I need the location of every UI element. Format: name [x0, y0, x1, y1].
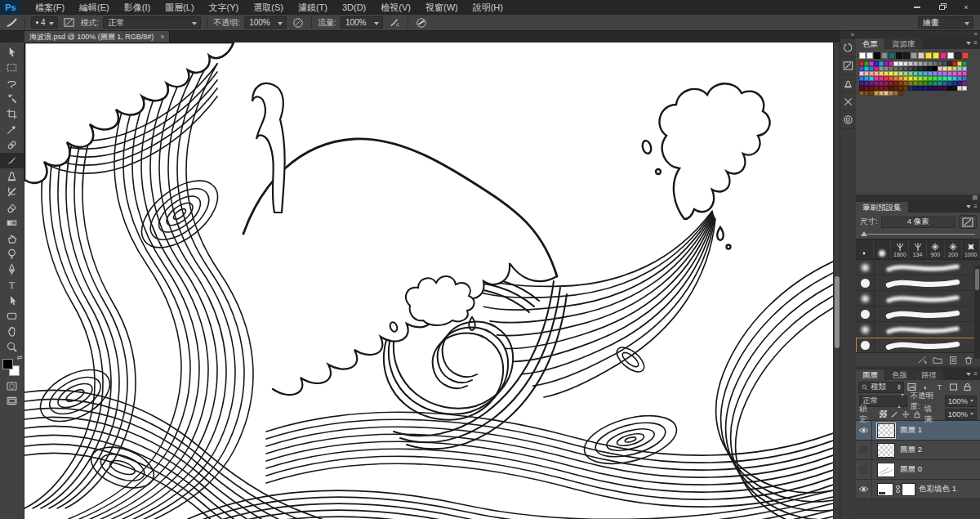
- delete-brush-icon[interactable]: [964, 356, 973, 365]
- panel-menu-icon[interactable]: ≡: [973, 203, 978, 210]
- tool-brush[interactable]: [0, 153, 24, 168]
- layer-name[interactable]: 圖層 0: [900, 464, 922, 475]
- tab-brush-presets[interactable]: 筆刷預設集: [856, 202, 908, 213]
- screen-mode-button[interactable]: [5, 395, 20, 406]
- visibility-toggle[interactable]: [856, 441, 872, 459]
- menu-item[interactable]: 檢視(V): [373, 0, 418, 15]
- tool-history-brush[interactable]: [0, 184, 24, 199]
- tab-layers[interactable]: 圖層: [856, 369, 884, 380]
- color-swatch[interactable]: [947, 52, 954, 59]
- tool-zoom[interactable]: [0, 339, 24, 355]
- color-swatch[interactable]: [896, 52, 902, 59]
- brush-preset-row[interactable]: [856, 338, 980, 353]
- color-swatch[interactable]: [859, 52, 866, 59]
- lock-paint-button[interactable]: [890, 410, 898, 418]
- canvas[interactable]: [24, 43, 833, 519]
- tool-move[interactable]: [0, 44, 24, 60]
- opacity-select[interactable]: 100%: [244, 16, 287, 29]
- slider-knob[interactable]: [861, 231, 867, 236]
- panel-menu-caret[interactable]: [966, 370, 971, 378]
- layer-name[interactable]: 色彩填色 1: [919, 484, 956, 494]
- menu-item[interactable]: 視窗(W): [418, 0, 466, 15]
- minimize-button[interactable]: [906, 2, 928, 12]
- toggle-brush-panel-button[interactable]: [62, 16, 77, 29]
- color-swatch[interactable]: [962, 52, 969, 59]
- color-swatch[interactable]: [898, 91, 903, 96]
- tab-libraries[interactable]: 資源庫: [885, 38, 922, 49]
- lock-all-button[interactable]: [913, 410, 921, 418]
- brush-preset-row[interactable]: [856, 322, 980, 338]
- tool-hand[interactable]: [0, 324, 24, 339]
- lock-transparency-button[interactable]: [880, 410, 887, 418]
- filter-shape-layers-button[interactable]: [947, 382, 960, 393]
- brush-size-field[interactable]: 4 像素: [881, 217, 956, 228]
- menu-item[interactable]: 影像(I): [117, 0, 158, 15]
- pressure-opacity-button[interactable]: [291, 16, 305, 29]
- visibility-toggle[interactable]: [856, 421, 872, 440]
- airbrush-button[interactable]: [387, 16, 402, 29]
- layer-name[interactable]: 圖層 2: [900, 445, 922, 455]
- menu-item[interactable]: 文字(Y): [202, 0, 247, 15]
- panel-menu-icon[interactable]: ≡: [973, 370, 978, 378]
- filter-kind-select[interactable]: 種類: [858, 382, 904, 393]
- expand-panels-button[interactable]: »: [840, 31, 856, 39]
- tool-gradient[interactable]: [0, 215, 24, 230]
- clone-source-panel-button[interactable]: [841, 75, 856, 93]
- tool-spot-healing-brush[interactable]: [0, 137, 24, 153]
- flow-select[interactable]: 100%: [341, 16, 383, 29]
- color-swatch[interactable]: [918, 52, 924, 59]
- panel-menu-icon[interactable]: ≡: [973, 39, 978, 47]
- lock-position-button[interactable]: [902, 410, 910, 418]
- layer-thumbnail[interactable]: [877, 423, 895, 438]
- layer-row-4[interactable]: 色彩填色 1: [856, 480, 980, 499]
- brush-tip-preset[interactable]: [856, 239, 874, 259]
- document-close-icon[interactable]: ×: [160, 33, 164, 41]
- menu-item[interactable]: 編輯(E): [72, 0, 117, 15]
- toggle-brush-panel-button[interactable]: [959, 215, 977, 229]
- canvas-vertical-scrollbar[interactable]: [833, 43, 840, 519]
- color-swatch[interactable]: [874, 52, 880, 59]
- quick-mask-button[interactable]: [5, 380, 20, 391]
- airbrush-icon[interactable]: [917, 356, 927, 365]
- layer-opacity-field[interactable]: 100%: [945, 396, 977, 407]
- menu-item[interactable]: 3D(D): [335, 0, 373, 15]
- tool-lasso[interactable]: [0, 75, 24, 91]
- brush-preset-row[interactable]: [856, 306, 980, 322]
- brush-list-scrollbar[interactable]: [974, 266, 980, 359]
- layer-mask-thumbnail[interactable]: [902, 483, 915, 496]
- brush-panel-button[interactable]: [841, 57, 856, 75]
- panel-menu-caret[interactable]: [966, 39, 971, 47]
- new-brush-icon[interactable]: [948, 356, 958, 365]
- color-swatch[interactable]: [881, 52, 888, 59]
- tool-smudge[interactable]: [0, 230, 24, 246]
- layer-thumbnail[interactable]: [877, 443, 895, 458]
- brush-tip-preset[interactable]: 900: [927, 239, 945, 259]
- swap-colors-icon[interactable]: ⇄: [17, 354, 23, 361]
- menu-item[interactable]: 濾鏡(T): [291, 0, 335, 15]
- tool-presets-panel-button[interactable]: [841, 93, 856, 111]
- layer-name[interactable]: 圖層 1: [900, 425, 922, 436]
- panel-menu-caret[interactable]: [966, 203, 971, 210]
- brush-tip-preset[interactable]: 134: [909, 239, 927, 259]
- color-swatch[interactable]: [955, 52, 961, 59]
- pressure-size-button[interactable]: [414, 16, 429, 29]
- brush-tip-preset[interactable]: 1800: [891, 239, 909, 259]
- layer-thumbnail[interactable]: [877, 463, 895, 477]
- tool-magic-wand[interactable]: [0, 91, 24, 106]
- menu-item[interactable]: 說明(H): [466, 0, 510, 15]
- collapse-panels-button[interactable]: »: [856, 31, 980, 38]
- tab-channels[interactable]: 色版: [885, 369, 914, 380]
- color-swatch[interactable]: [866, 52, 873, 59]
- menu-item[interactable]: 檔案(F): [28, 0, 72, 15]
- history-panel-button[interactable]: [841, 39, 856, 57]
- brush-size-slider[interactable]: [861, 230, 975, 237]
- color-swatch[interactable]: [940, 52, 947, 59]
- brush-preset-row[interactable]: [856, 291, 980, 306]
- brush-preset-row[interactable]: [856, 260, 980, 275]
- layer-row-3[interactable]: 圖層 0: [856, 460, 980, 480]
- menu-item[interactable]: 圖層(L): [158, 0, 201, 15]
- tab-paths[interactable]: 路徑: [915, 369, 943, 380]
- tool-rounded-rectangle[interactable]: [0, 308, 24, 324]
- scrollbar-thumb[interactable]: [975, 269, 979, 290]
- layer-fill-field[interactable]: 100%: [945, 409, 977, 420]
